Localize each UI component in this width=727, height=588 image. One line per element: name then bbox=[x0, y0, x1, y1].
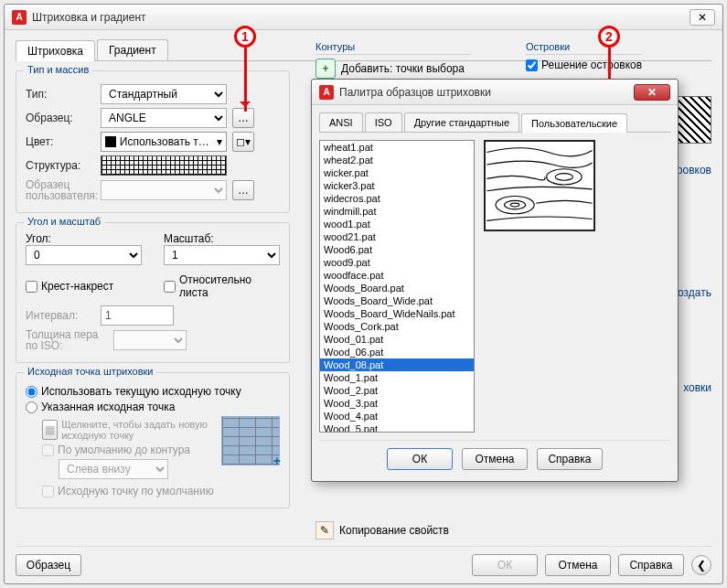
contours-title: Контуры bbox=[315, 41, 471, 55]
list-item[interactable]: Wood_01.pat bbox=[320, 333, 474, 346]
list-item[interactable]: Wood_06.pat bbox=[320, 346, 474, 358]
pattern-preview bbox=[101, 155, 227, 176]
tab-other[interactable]: Другие стандартные bbox=[404, 112, 519, 132]
close-main-icon[interactable]: ✕ bbox=[690, 9, 715, 26]
scale-label: Масштаб: bbox=[164, 232, 280, 245]
list-item[interactable]: Wood_1.pat bbox=[320, 371, 474, 384]
list-item[interactable]: wood9.pat bbox=[320, 256, 474, 269]
sample-select[interactable]: ANGLE bbox=[101, 108, 227, 128]
palette-title: Палитра образцов штриховки bbox=[339, 86, 634, 99]
scale-select[interactable]: 1 bbox=[164, 245, 280, 265]
list-item[interactable]: windmill.pat bbox=[320, 205, 474, 218]
default-contour-checkbox bbox=[42, 444, 54, 456]
list-item[interactable]: Woods_Board_WideNails.pat bbox=[320, 307, 474, 320]
color-select[interactable]: Использовать теку ▾ bbox=[101, 132, 227, 152]
cancel-button[interactable]: Отмена bbox=[545, 554, 611, 576]
list-item[interactable]: wheat1.pat bbox=[320, 141, 474, 154]
type-select[interactable]: Стандартный bbox=[101, 84, 227, 104]
list-item[interactable]: Woods_Cork.pat bbox=[320, 320, 474, 333]
palette-dialog: A Палитра образцов штриховки ✕ ANSI ISO … bbox=[311, 79, 679, 482]
use-current-radio[interactable] bbox=[26, 386, 37, 398]
close-palette-button[interactable]: ✕ bbox=[634, 84, 670, 101]
list-item[interactable]: widecros.pat bbox=[320, 192, 474, 205]
color-label: Цвет: bbox=[26, 135, 95, 148]
pick-origin-button: ▦ bbox=[42, 420, 58, 440]
list-item[interactable]: wood1.pat bbox=[320, 218, 474, 230]
app-icon: A bbox=[12, 10, 27, 25]
angle-select[interactable]: 0 bbox=[26, 245, 142, 265]
cross-checkbox[interactable] bbox=[26, 281, 37, 293]
relative-checkbox[interactable] bbox=[164, 281, 176, 293]
palette-cancel-button[interactable]: Отмена bbox=[462, 448, 528, 470]
list-item[interactable]: Wood_08.pat bbox=[320, 358, 474, 371]
help-button[interactable]: Справка bbox=[618, 554, 684, 576]
tab-ansi[interactable]: ANSI bbox=[319, 112, 363, 132]
copy-props-icon[interactable]: ✎ bbox=[315, 521, 334, 540]
ok-button: ОК bbox=[472, 554, 538, 576]
list-item[interactable]: wicker.pat bbox=[320, 166, 474, 179]
bg-color-button[interactable]: ◻▾ bbox=[232, 132, 254, 152]
group-origin: Исходная точка штриховки Использовать те… bbox=[16, 372, 290, 508]
list-item[interactable]: Wood_4.pat bbox=[320, 410, 474, 422]
list-item[interactable]: Woods_Board_Wide.pat bbox=[320, 294, 474, 307]
set-origin-radio[interactable] bbox=[26, 401, 37, 413]
app-icon: A bbox=[319, 85, 334, 100]
tab-hatch[interactable]: Штриховка bbox=[16, 40, 95, 61]
angle-label: Угол: bbox=[26, 232, 142, 245]
list-item[interactable]: woodface.pat bbox=[320, 269, 474, 282]
tab-custom[interactable]: Пользовательские bbox=[521, 113, 627, 133]
structure-label: Структура: bbox=[26, 159, 95, 172]
islands-title: Островки bbox=[526, 41, 642, 55]
pattern-preview-box bbox=[484, 140, 595, 231]
main-titlebar: A Штриховка и градиент ✕ bbox=[5, 5, 722, 30]
group-type: Тип и массив Тип: Стандартный Образец: A… bbox=[16, 70, 290, 213]
origin-preview bbox=[221, 416, 280, 465]
island-detect-checkbox[interactable] bbox=[526, 59, 538, 71]
svg-point-3 bbox=[505, 200, 526, 209]
palette-ok-button[interactable]: ОК bbox=[387, 448, 453, 470]
svg-point-1 bbox=[555, 174, 572, 181]
list-item[interactable]: Wood6.pat bbox=[320, 243, 474, 256]
main-title: Штриховка и градиент bbox=[32, 11, 686, 24]
origin-default-checkbox bbox=[42, 486, 54, 497]
svg-point-2 bbox=[496, 197, 534, 214]
list-item[interactable]: wheat2.pat bbox=[320, 154, 474, 166]
svg-point-4 bbox=[510, 203, 519, 207]
penwidth-label: Толщина пера по ISO: bbox=[26, 329, 108, 351]
list-item[interactable]: Woods_Board.pat bbox=[320, 282, 474, 294]
userpattern-select bbox=[101, 180, 227, 200]
palette-titlebar: A Палитра образцов штриховки ✕ bbox=[312, 80, 678, 105]
list-item[interactable]: Wood_5.pat bbox=[320, 422, 474, 433]
palette-help-button[interactable]: Справка bbox=[537, 448, 603, 470]
list-item[interactable]: wicker3.pat bbox=[320, 179, 474, 192]
interval-label: Интервал: bbox=[26, 309, 95, 322]
list-item[interactable]: Wood_3.pat bbox=[320, 397, 474, 410]
type-label: Тип: bbox=[26, 88, 95, 101]
group-angle-scale: Угол и масштаб Угол: 0 Масштаб: 1 Крест-… bbox=[16, 222, 290, 363]
interval-input bbox=[101, 305, 174, 326]
penwidth-select bbox=[113, 330, 187, 350]
sample-browse-button[interactable]: … bbox=[232, 108, 254, 128]
list-item[interactable]: wood21.pat bbox=[320, 230, 474, 243]
palette-tabs: ANSI ISO Другие стандартные Пользователь… bbox=[319, 112, 670, 133]
wood-grain-icon bbox=[486, 142, 593, 230]
svg-point-0 bbox=[547, 169, 582, 185]
color-swatch-icon bbox=[105, 136, 116, 147]
sample-label: Образец: bbox=[26, 112, 95, 124]
preview-button[interactable]: Образец bbox=[16, 554, 81, 576]
origin-pos-select: Слева внизу bbox=[59, 459, 168, 479]
pattern-file-list[interactable]: wheat1.patwheat2.patwicker.patwicker3.pa… bbox=[319, 140, 475, 433]
add-points-button[interactable]: + bbox=[315, 59, 336, 79]
userpattern-label: Образец пользователя: bbox=[26, 179, 95, 201]
userpattern-browse-button[interactable]: … bbox=[232, 180, 254, 200]
list-item[interactable]: Wood_2.pat bbox=[320, 384, 474, 397]
tab-gradient[interactable]: Градиент bbox=[97, 39, 168, 60]
tab-iso[interactable]: ISO bbox=[365, 112, 402, 132]
expand-button[interactable]: ❮ bbox=[691, 555, 711, 575]
main-footer: Образец ОК Отмена Справка ❮ bbox=[16, 546, 711, 576]
